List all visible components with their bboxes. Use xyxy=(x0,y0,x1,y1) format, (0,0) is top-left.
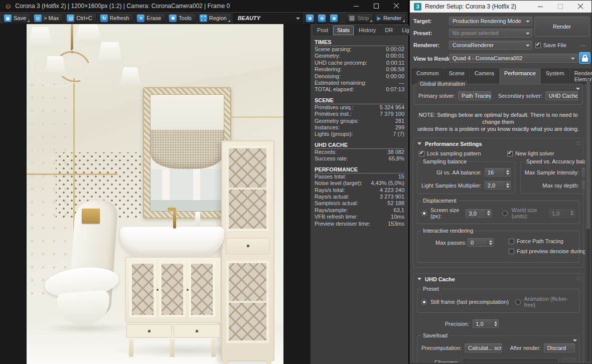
region-label: Region xyxy=(209,15,227,21)
filename-input[interactable] xyxy=(462,358,559,362)
stat-value: 0:00:01 xyxy=(386,53,404,59)
stat-label: Primitives inst.: xyxy=(315,111,352,117)
animation-radio[interactable] xyxy=(515,299,521,305)
render-button[interactable]: ▶ Render xyxy=(375,13,406,23)
tools-button[interactable]: ✺ Tools xyxy=(167,13,196,23)
render-setup-titlebar[interactable]: 3 Render Setup: Corona 3 (Hotfix 2) xyxy=(410,1,591,13)
force-path-tracing-checkbox[interactable]: Force Path Tracing xyxy=(509,238,563,244)
zoom-in-button[interactable]: ⊕ xyxy=(305,13,315,23)
zoom-out-button[interactable]: ⊖ xyxy=(317,13,327,23)
performance-settings-header[interactable]: Performance Settings xyxy=(417,138,579,149)
spinner-arrows-icon[interactable] xyxy=(488,239,493,246)
secondary-solver-select[interactable]: UHD Cache xyxy=(545,91,578,100)
render-setup-render-button[interactable]: Render xyxy=(534,17,589,37)
max-sample-intensity-spinner[interactable]: 20,0 xyxy=(582,168,585,176)
light-samples-spinner[interactable]: 2,0 xyxy=(485,181,511,190)
max-ray-depth-spinner[interactable]: 25 xyxy=(582,181,585,190)
save-file-options-button[interactable]: ... xyxy=(577,42,588,49)
stat-label: UHD cache precomp: xyxy=(315,60,367,66)
filename-row: Filename: ... xyxy=(421,358,575,362)
save-button[interactable]: ▣ Save xyxy=(2,13,31,23)
rollout-handle-icon xyxy=(577,277,580,280)
lock-view-button[interactable] xyxy=(579,52,590,64)
stat-row: Primitives uniq.:5 324 954 xyxy=(315,104,404,111)
erase-button[interactable]: × Erase xyxy=(135,13,166,23)
precision-row: Precision: 1,0 xyxy=(445,319,579,328)
stat-row: Noise level (target):4,43% (5,0%) xyxy=(315,180,404,187)
precision-spinner[interactable]: 1,0 xyxy=(473,319,499,328)
rendered-image-preview[interactable] xyxy=(27,24,283,364)
stat-row: Scene parsing:0:00:02 xyxy=(315,46,404,53)
target-select[interactable]: Production Rendering Mode xyxy=(449,17,532,26)
spinner-arrows-icon[interactable] xyxy=(486,210,491,217)
minimize-icon[interactable] xyxy=(537,4,543,10)
preset-select[interactable]: No preset selected xyxy=(449,29,532,38)
stat-row: TOTAL elapsed:0:07:13 xyxy=(315,86,404,93)
vertical-scrollbar[interactable] xyxy=(586,79,590,361)
screen-size-spinner[interactable]: 3,0 xyxy=(466,209,492,218)
scrollbar-thumb[interactable] xyxy=(586,79,590,229)
note-line-1: NOTE: Settings below are optimal by defa… xyxy=(411,111,585,125)
tab-stats[interactable]: Stats xyxy=(333,26,354,35)
secondary-solver-value: UHD Cache xyxy=(549,93,578,99)
max-sample-intensity-label: Max Sample Intensity: xyxy=(525,169,579,175)
spinner-arrows-icon[interactable] xyxy=(505,168,510,176)
precomputation-select[interactable]: Calculat... scratch xyxy=(465,343,502,352)
after-render-select[interactable]: Discard xyxy=(544,343,575,352)
still-frame-label[interactable]: Still frame (fast precomputation) xyxy=(430,299,509,305)
sampling-balance-group: Sampling balance GI vs. AA balance: 16 L… xyxy=(417,161,515,194)
copy-button[interactable]: ▤ Ctrl+C xyxy=(65,13,96,23)
lock-sampling-pattern-checkbox[interactable]: Lock sampling pattern xyxy=(419,150,507,156)
still-frame-radio[interactable] xyxy=(421,299,427,305)
erase-label: Erase xyxy=(146,15,161,21)
vfb-window-controls xyxy=(353,3,399,9)
primary-solver-value: Path Tracing xyxy=(462,93,491,99)
stat-value: 4 223 240 xyxy=(380,187,404,194)
to-max-button[interactable]: ◎ > Max xyxy=(32,13,63,23)
tab-post[interactable]: Post xyxy=(313,26,332,35)
fast-preview-denoise-checkbox[interactable]: Fast preview denoise during render xyxy=(509,248,585,254)
region-button[interactable]: Region xyxy=(198,13,231,23)
channel-select[interactable]: BEAUTY xyxy=(233,13,304,23)
gi-aa-balance-spinner[interactable]: 16 xyxy=(485,168,511,176)
max-passes-value: 0 xyxy=(468,239,488,246)
section-title-scene: SCENE xyxy=(315,97,404,104)
tab-history[interactable]: History xyxy=(355,26,380,35)
refresh-button[interactable]: ↻ Refresh xyxy=(98,13,134,23)
maximize-icon[interactable] xyxy=(557,4,563,10)
screen-size-radio[interactable] xyxy=(421,211,427,216)
tab-dr[interactable]: DR xyxy=(381,26,397,35)
zoom-reset-button[interactable]: ⊗ xyxy=(329,13,339,23)
lock-icon-body xyxy=(582,58,588,62)
spinner-arrows-icon[interactable] xyxy=(569,210,574,217)
world-size-spinner[interactable]: 1,0 xyxy=(549,209,575,218)
browse-button[interactable]: ... xyxy=(562,358,575,362)
gi-aa-balance-label: GI vs. AA balance: xyxy=(421,169,482,175)
refresh-label: Refresh xyxy=(110,15,129,21)
uhd-cache-header[interactable]: UHD Cache xyxy=(417,274,579,284)
maximize-icon[interactable] xyxy=(373,3,379,9)
stop-button[interactable]: Stop xyxy=(346,13,374,23)
save-load-group: Save/load Precomputation: Calculat... sc… xyxy=(417,335,579,362)
ornate-mirror xyxy=(143,87,231,219)
view-to-render-select[interactable]: Quad 4 - CoronaCamera002 xyxy=(449,54,577,63)
screen-size-label[interactable]: Screen size (px): xyxy=(430,207,462,219)
world-size-label[interactable]: World size (units): xyxy=(511,207,545,219)
vfb-titlebar[interactable]: ☺ Corona 3 (Hotfix 2) | 1200×1600px (1:2… xyxy=(0,0,408,12)
copy-label: Ctrl+C xyxy=(76,15,92,21)
stat-value: 0:07:13 xyxy=(386,86,404,93)
primary-solver-select[interactable]: Path Tracing xyxy=(458,91,491,100)
minimize-icon[interactable] xyxy=(353,3,359,9)
close-icon[interactable] xyxy=(577,4,583,10)
spinner-arrows-icon[interactable] xyxy=(493,320,498,327)
world-size-radio[interactable] xyxy=(502,211,508,216)
max-passes-spinner[interactable]: 0 xyxy=(468,238,494,247)
primary-solver-label: Primary solver: xyxy=(418,93,455,99)
close-icon[interactable] xyxy=(393,3,399,9)
section-title-performance: PERFORMANCE xyxy=(315,166,404,173)
renderer-select[interactable]: CoronaRenderer xyxy=(449,41,532,50)
animation-label[interactable]: Animation (flicker-free) xyxy=(524,296,575,308)
save-file-checkbox[interactable]: Save File xyxy=(535,42,566,48)
spinner-arrows-icon[interactable] xyxy=(505,181,510,189)
new-light-solver-checkbox[interactable]: New light solver xyxy=(507,150,554,156)
